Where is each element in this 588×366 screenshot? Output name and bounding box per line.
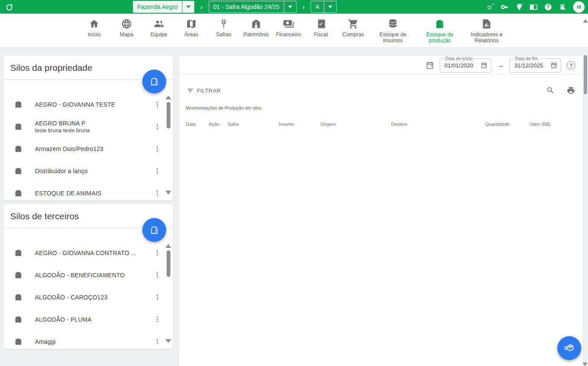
silo-list-item-armazem-dois-pedro123[interactable]: Armazem Dois/Pedro123 xyxy=(3,138,164,160)
nav-item-reas[interactable]: Áreas xyxy=(178,18,205,38)
scrollbar-thumb[interactable] xyxy=(167,102,170,128)
season-selector-label: 01 - Safra Algodão 24/25 xyxy=(209,1,284,12)
silo-icon xyxy=(149,225,159,235)
moving-package-icon xyxy=(564,343,575,354)
nav-item-equipe[interactable]: Equipe xyxy=(146,18,172,38)
silo-list-item-aegro-giovanna-teste[interactable]: AEGRO - GIOVANNA TESTE xyxy=(3,93,164,116)
season-selector-caret[interactable] xyxy=(284,1,296,12)
user-avatar[interactable]: H xyxy=(573,1,585,13)
panel-scrollbar[interactable] xyxy=(165,244,172,343)
property-silos-panel: Silos da propriedade AEGRO - GIOVANNA TE… xyxy=(3,55,173,200)
report-icon xyxy=(481,18,492,29)
item-menu-button[interactable] xyxy=(153,271,161,279)
silo-list-item-amaggi[interactable]: Amaggi xyxy=(3,331,164,349)
item-menu-button[interactable] xyxy=(153,101,161,108)
item-menu-button[interactable] xyxy=(153,123,161,131)
silo-icon xyxy=(14,315,23,324)
nav-item-fiscal[interactable]: Fiscal xyxy=(308,18,334,38)
filter-icon xyxy=(187,87,194,94)
globe-icon xyxy=(121,18,132,29)
silo-icon xyxy=(14,337,23,346)
calendar-icon[interactable] xyxy=(551,62,557,69)
help-icon[interactable]: ? xyxy=(567,61,575,70)
item-menu-button[interactable] xyxy=(153,167,161,175)
end-date-value[interactable]: 31/12/2025 xyxy=(514,62,548,69)
search-icon[interactable] xyxy=(546,86,555,95)
aegro-logo-icon[interactable] xyxy=(4,1,15,12)
subarea-selector-caret[interactable] xyxy=(324,1,336,12)
print-icon[interactable] xyxy=(567,86,575,95)
nav-item-estoque-de-produ-o[interactable]: Estoque de produção xyxy=(419,18,460,44)
home-icon xyxy=(89,18,100,29)
silo-list-item-distribuidor-a-lan-o[interactable]: Distribuidor a lanço xyxy=(3,160,164,182)
scroll-up-icon[interactable] xyxy=(165,96,171,99)
scroll-up-icon[interactable] xyxy=(165,244,171,248)
silo-list-item-algod-o-caro-o123[interactable]: ALGODÃO - CAROÇO123 xyxy=(3,286,164,308)
farm-selector[interactable]: Fazenda Aegro xyxy=(133,1,194,13)
silo-filled-icon xyxy=(434,18,445,29)
item-menu-button[interactable] xyxy=(153,316,161,323)
item-menu-button[interactable] xyxy=(153,189,161,197)
panel-scrollbar[interactable] xyxy=(165,96,172,195)
scrollbar-thumb[interactable] xyxy=(584,55,587,94)
start-date-label: Data de início xyxy=(444,56,474,61)
lightbulb-plus-icon[interactable] xyxy=(515,3,523,11)
calendar-icon[interactable] xyxy=(426,61,434,70)
barn-icon xyxy=(251,18,262,29)
scroll-down-icon[interactable] xyxy=(165,191,171,195)
add-silo-button[interactable] xyxy=(142,218,166,242)
nav-item-financeiro[interactable]: Financeiro xyxy=(275,18,302,38)
silo-list-item-estoque-de-animais[interactable]: ESTOQUE DE ANIMAIS xyxy=(3,182,164,200)
add-silo-button[interactable] xyxy=(142,70,166,93)
silo-list-item-algod-o-beneficiamento[interactable]: ALGODÃO - BENEFICIAMENTO xyxy=(3,264,164,286)
nav-item-indicadores-e-relat-rios[interactable]: Indicadores e Relatórios xyxy=(466,18,507,44)
help-circle-icon[interactable] xyxy=(544,3,552,11)
calendar-icon[interactable] xyxy=(481,62,487,69)
start-date-value[interactable]: 01/01/2020 xyxy=(444,62,478,69)
breadcrumb-chevron-icon: › xyxy=(303,3,305,11)
page-scrollbar[interactable] xyxy=(582,19,588,366)
nav-item-mapa[interactable]: Mapa xyxy=(113,18,140,38)
nav-item-estoque-de-insumos[interactable]: Estoque de insumos xyxy=(372,18,413,44)
aegro-plus-icon[interactable] xyxy=(486,3,494,11)
production-stock-panel: Data de início 01/01/2020 → Data de fim … xyxy=(179,56,583,366)
new-movement-button[interactable] xyxy=(557,336,581,360)
silo-list-item-aegro-bruna-p[interactable]: AEGRO BRUNA P teste bruna teste bruna xyxy=(3,116,164,138)
breadcrumb-chevron-icon: › xyxy=(200,3,203,11)
subarea-selector[interactable]: A xyxy=(311,1,336,13)
item-menu-button[interactable] xyxy=(153,249,161,257)
money-icon xyxy=(283,18,294,29)
main-navigation: Início Mapa Equipe Áreas Safras Patrimôn… xyxy=(0,14,588,47)
silo-list-item-aegro-giovanna-contrato[interactable]: AEGRO - GIOVANNA CONTRATO ... xyxy=(3,242,164,264)
silo-icon xyxy=(14,248,23,258)
season-selector[interactable]: 01 - Safra Algodão 24/25 xyxy=(209,1,297,13)
nav-item-compras[interactable]: Compras xyxy=(340,18,366,38)
nav-item-safras[interactable]: Safras xyxy=(210,18,237,38)
book-icon[interactable] xyxy=(530,3,538,11)
bell-slash-icon[interactable] xyxy=(559,3,567,11)
scroll-up-icon[interactable] xyxy=(583,19,588,23)
silo-icon xyxy=(14,100,23,109)
key-icon[interactable] xyxy=(501,3,509,11)
scroll-down-icon[interactable] xyxy=(165,339,171,343)
top-bar: Fazenda Aegro › 01 - Safra Algodão 24/25… xyxy=(0,0,588,14)
scrollbar-thumb[interactable] xyxy=(167,250,170,277)
item-menu-button[interactable] xyxy=(153,338,161,346)
silo-icon xyxy=(14,189,23,198)
silo-list-item-algod-o-pluma[interactable]: ALGODÃO - PLUMA xyxy=(3,308,164,331)
filter-button[interactable]: FILTRAR xyxy=(187,87,221,94)
end-date-label: Data de fim xyxy=(513,56,540,61)
nav-item-in-cio[interactable]: Início xyxy=(81,18,107,38)
item-menu-button[interactable] xyxy=(153,293,161,301)
stack-icon xyxy=(387,18,398,29)
scroll-down-icon[interactable] xyxy=(582,363,588,366)
nav-item-patrim-nio[interactable]: Patrimônio xyxy=(243,18,269,38)
farm-selector-caret[interactable] xyxy=(182,1,194,13)
item-menu-button[interactable] xyxy=(153,145,161,153)
start-date-field[interactable]: Data de início 01/01/2020 xyxy=(440,58,491,73)
silo-icon xyxy=(149,76,159,87)
silo-list: AEGRO - GIOVANNA CONTRATO ... ALGODÃO - … xyxy=(3,231,164,349)
silo-icon xyxy=(14,166,23,176)
silo-list: AEGRO - GIOVANNA TESTE AEGRO BRUNA P tes… xyxy=(3,83,164,200)
end-date-field[interactable]: Data de fim 31/12/2025 xyxy=(510,58,561,73)
